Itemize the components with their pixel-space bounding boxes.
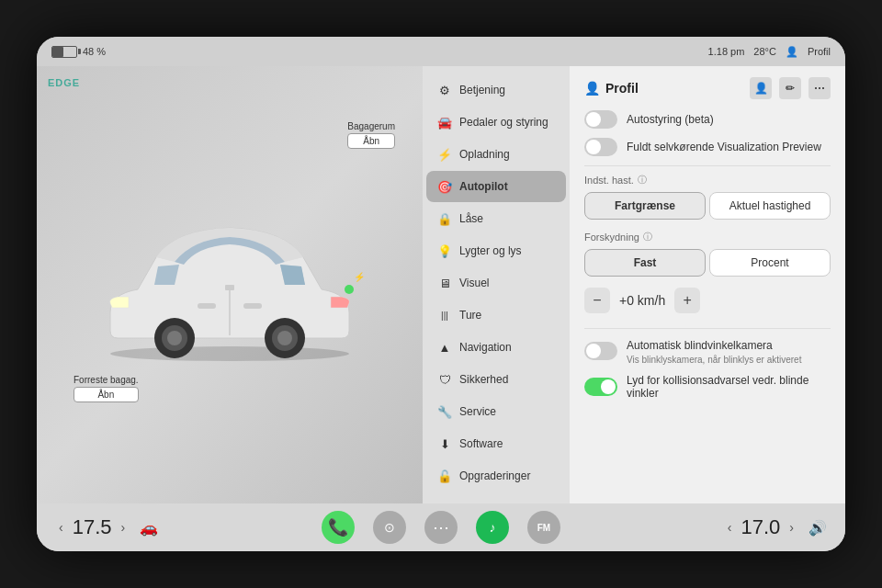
- speed-left-increase[interactable]: ›: [118, 520, 130, 535]
- profile-label: Profil: [808, 46, 831, 57]
- opgraderinger-icon: 🔓: [437, 469, 452, 483]
- opladning-label: Opladning: [459, 148, 510, 161]
- volume-icon: 🔊: [808, 519, 827, 537]
- profile-icons: 👤 ✏ ⋯: [750, 77, 831, 99]
- forreste-label: Forreste bagag. Åbn: [74, 375, 139, 402]
- speed-control: − +0 km/h +: [584, 288, 831, 313]
- speed-left-decrease[interactable]: ‹: [55, 520, 67, 535]
- procent-btn[interactable]: Procent: [709, 249, 831, 277]
- speed-left-value: 17.5: [73, 515, 112, 539]
- battery-percent: 48 %: [83, 46, 106, 57]
- fartgraense-btn[interactable]: Fartgrænse: [584, 192, 706, 220]
- bottom-bar: ‹ 17.5 › 🚗 📞 ⊙ ⋯ ♪ FM ‹ 17.0 › 🔊: [37, 503, 845, 551]
- car-image: ⚡: [83, 202, 377, 368]
- speed-increase-btn[interactable]: +: [674, 288, 700, 313]
- lygter-label: Lygter og lys: [459, 244, 522, 257]
- right-panel: ⚙ Betjening 🚘 Pedaler og styring ⚡ Oplad…: [423, 66, 845, 503]
- hast-button-group: Fartgrænse Aktuel hastighed: [584, 192, 831, 220]
- edge-label: EDGE: [48, 77, 80, 88]
- blindvinkel-row: Automatisk blindvinkelkamera Vis blinkly…: [584, 336, 831, 365]
- bagagerum-text: Bagagerum: [347, 121, 395, 131]
- profile-icon-header: 👤: [584, 81, 600, 96]
- nav-item-pedaler[interactable]: 🚘 Pedaler og styring: [426, 107, 566, 138]
- ture-icon: |||: [437, 308, 452, 322]
- profile-title: Profil: [605, 81, 639, 96]
- bottom-center: 📞 ⊙ ⋯ ♪ FM: [322, 511, 560, 544]
- nav-item-ture[interactable]: ||| Ture: [426, 300, 566, 331]
- speed-value: +0 km/h: [619, 293, 665, 308]
- fm-btn[interactable]: FM: [527, 511, 560, 544]
- divider-2: [584, 328, 831, 329]
- svg-rect-9: [243, 303, 262, 309]
- lygter-icon: 💡: [437, 243, 452, 258]
- status-bar: 48 % 1.18 pm 28°C 👤 Profil: [37, 37, 845, 66]
- speed-right-decrease[interactable]: ‹: [724, 520, 736, 535]
- autostyring-toggle[interactable]: [584, 110, 617, 129]
- blindvinkel-sub: Vis blinklyskamera, når blinklys er akti…: [627, 355, 801, 365]
- visuel-label: Visuel: [459, 277, 489, 289]
- nav-item-navigation[interactable]: ▲ Navigation: [426, 332, 566, 363]
- bagagerum-btn[interactable]: Åbn: [347, 133, 395, 149]
- nav-item-visuel[interactable]: 🖥 Visuel: [426, 267, 566, 299]
- main-screen: 48 % 1.18 pm 28°C 👤 Profil Bagagerum Åbn: [37, 37, 845, 551]
- car-bottom-icon: 🚗: [140, 519, 158, 537]
- forskydning-label: Forskydning ⓘ: [584, 231, 831, 243]
- svg-point-3: [167, 331, 182, 345]
- nav-item-laase[interactable]: 🔒 Låse: [426, 203, 566, 234]
- radio-btn[interactable]: ⊙: [373, 511, 406, 544]
- aktuel-hast-btn[interactable]: Aktuel hastighed: [709, 192, 831, 220]
- forreste-text: Forreste bagag.: [74, 375, 139, 385]
- content-title: 👤 Profil: [584, 81, 639, 96]
- apps-btn[interactable]: ⋯: [424, 511, 458, 544]
- nav-item-autopilot[interactable]: 🎯 Autopilot: [426, 171, 566, 202]
- blindvinkel-label: Automatisk blindvinkelkamera: [627, 339, 773, 352]
- divider-1: [584, 165, 831, 166]
- nav-item-service[interactable]: 🔧 Service: [426, 396, 566, 427]
- nav-item-software[interactable]: ⬇ Software: [426, 428, 566, 459]
- kollision-toggle[interactable]: [584, 378, 617, 396]
- navigation-icon: ▲: [437, 340, 452, 355]
- forskydning-text: Forskydning: [584, 232, 639, 243]
- fuldt-row: Fuldt selvkørende Visualization Preview: [584, 138, 831, 156]
- phone-btn[interactable]: 📞: [322, 511, 355, 544]
- bottom-left: ‹ 17.5 › 🚗: [55, 515, 158, 539]
- forreste-btn[interactable]: Åbn: [74, 387, 139, 402]
- kollision-label: Lyd for kollisionsadvarsel vedr. blinde …: [627, 374, 831, 400]
- navigation-label: Navigation: [459, 341, 512, 354]
- pedaler-label: Pedaler og styring: [459, 116, 548, 129]
- indst-hast-text: Indst. hast.: [584, 175, 634, 186]
- fuldt-toggle[interactable]: [584, 138, 617, 156]
- battery-icon: [51, 46, 77, 58]
- profile-edit-btn[interactable]: ✏: [779, 77, 801, 99]
- profile-more-btn[interactable]: ⋯: [808, 77, 831, 99]
- nav-item-sikkerhed[interactable]: 🛡 Sikkerhed: [426, 364, 566, 395]
- autostyring-label: Autostyring (beta): [627, 113, 714, 126]
- profile-add-btn[interactable]: 👤: [750, 77, 772, 99]
- nav-item-lygter[interactable]: 💡 Lygter og lys: [426, 235, 566, 266]
- blindvinkel-toggle[interactable]: [584, 342, 617, 360]
- autopilot-label: Autopilot: [459, 180, 508, 193]
- nav-item-opgraderinger[interactable]: 🔓 Opgraderinger: [426, 460, 566, 492]
- speed-decrease-btn[interactable]: −: [584, 288, 610, 313]
- svg-point-0: [110, 346, 349, 361]
- bagagerum-label: Bagagerum Åbn: [347, 121, 395, 149]
- content-header: 👤 Profil 👤 ✏ ⋯: [584, 77, 831, 99]
- car-panel: Bagagerum Åbn: [37, 66, 423, 503]
- autostyring-row: Autostyring (beta): [584, 110, 831, 129]
- service-label: Service: [459, 405, 496, 418]
- svg-point-10: [345, 285, 354, 294]
- status-left: 48 %: [51, 46, 106, 58]
- indst-hast-info-icon: ⓘ: [638, 174, 647, 187]
- speed-right-increase[interactable]: ›: [786, 520, 797, 535]
- time-display: 1.18 pm: [708, 46, 745, 57]
- laase-icon: 🔒: [437, 211, 452, 226]
- spotify-btn[interactable]: ♪: [476, 511, 509, 544]
- opladning-icon: ⚡: [437, 147, 452, 162]
- nav-item-opladning[interactable]: ⚡ Opladning: [426, 139, 566, 170]
- content-panel: 👤 Profil 👤 ✏ ⋯ Autostyring (beta): [570, 66, 845, 503]
- main-content: Bagagerum Åbn: [37, 66, 845, 503]
- nav-item-betjening[interactable]: ⚙ Betjening: [426, 74, 566, 106]
- pedaler-icon: 🚘: [437, 115, 452, 130]
- sikkerhed-label: Sikkerhed: [459, 373, 508, 386]
- fast-btn[interactable]: Fast: [584, 249, 706, 277]
